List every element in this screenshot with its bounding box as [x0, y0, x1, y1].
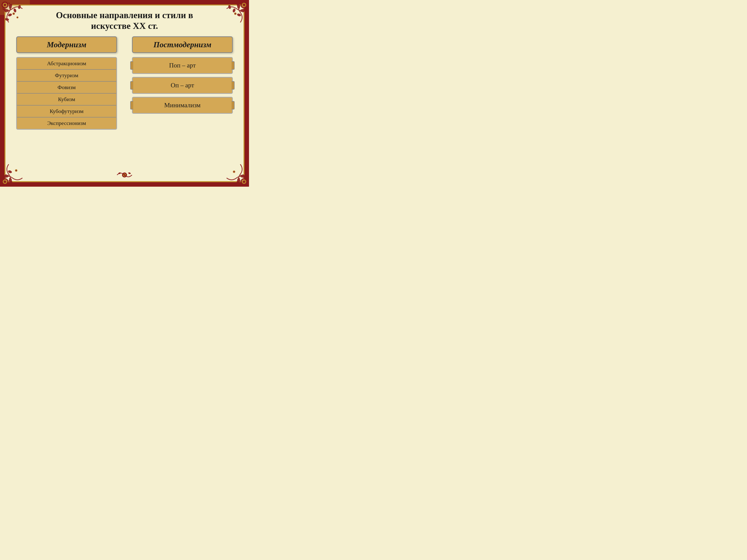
list-item: Футуризм — [17, 70, 116, 82]
page-title: Основные направления и стили в искусстве… — [56, 10, 193, 31]
svg-point-29 — [4, 181, 6, 183]
modernism-header-label: Модернизм — [47, 40, 86, 49]
title-line2: искусстве XX ст. — [91, 21, 158, 31]
svg-point-28 — [3, 180, 7, 184]
svg-point-30 — [8, 179, 13, 183]
list-item: Поп – арт — [132, 57, 233, 74]
list-item: Экспрессионизм — [17, 117, 116, 129]
postmodernism-header-label: Постмодернизм — [153, 40, 211, 49]
svg-point-38 — [242, 180, 246, 184]
main-content: Основные направления и стили в искусстве… — [7, 7, 241, 179]
svg-point-3 — [8, 3, 13, 8]
list-item: Оп – арт — [132, 77, 233, 94]
postmodernism-header: Постмодернизм — [132, 36, 233, 53]
svg-point-42 — [241, 174, 246, 179]
modernism-header: Модернизм — [16, 36, 117, 53]
svg-point-40 — [236, 179, 241, 183]
svg-point-2 — [4, 4, 6, 6]
list-item: Абстракционизм — [17, 58, 116, 70]
svg-point-15 — [240, 1, 248, 8]
list-item: Кубофутуризм — [17, 106, 116, 117]
svg-point-17 — [243, 4, 245, 6]
svg-point-16 — [242, 3, 246, 7]
title-line1: Основные направления и стили в — [56, 10, 193, 20]
svg-point-7 — [3, 8, 8, 13]
svg-point-27 — [1, 178, 8, 185]
svg-point-37 — [240, 178, 248, 185]
list-item: Кубизм — [17, 94, 116, 106]
svg-point-18 — [236, 3, 241, 8]
svg-point-39 — [243, 181, 245, 183]
svg-point-1 — [3, 3, 7, 7]
list-item: Фовизм — [17, 82, 116, 94]
svg-point-21 — [241, 8, 246, 13]
list-item: Минимализм — [132, 97, 233, 114]
columns-container: Модернизм Абстракционизм Футуризм Фовизм… — [7, 36, 241, 130]
svg-point-33 — [3, 174, 8, 179]
modernism-items: Абстракционизм Футуризм Фовизм Кубизм Ку… — [16, 57, 117, 130]
modernism-column: Модернизм Абстракционизм Футуризм Фовизм… — [16, 36, 117, 130]
postmodernism-items: Поп – арт Оп – арт Минимализм — [132, 57, 233, 114]
postmodernism-column: Постмодернизм Поп – арт Оп – арт Минимал… — [132, 36, 233, 114]
